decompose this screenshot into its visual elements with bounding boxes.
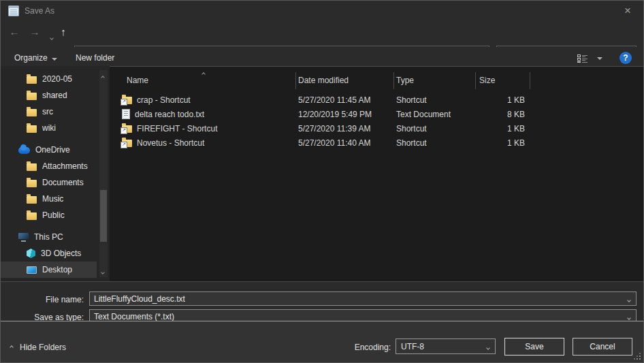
hide-folders-button[interactable]: Hide Folders	[10, 343, 66, 352]
sidebar-item-label: wiki	[42, 123, 56, 133]
column-header-type[interactable]: Type	[396, 76, 414, 85]
sidebar-item-label: Documents	[42, 178, 84, 187]
file-date-modified: 5/27/2020 11:40 AM	[298, 138, 371, 148]
back-button[interactable]: ←	[6, 26, 22, 37]
sidebar-item-label: Desktop	[42, 265, 72, 274]
new-folder-button[interactable]: New folder	[76, 53, 114, 63]
folder-icon	[27, 93, 37, 100]
sidebar-scrollbar[interactable]	[99, 70, 108, 277]
file-list-pane: Name Date modified Type Size crap - Shor…	[110, 66, 643, 281]
file-type: Text Document	[396, 110, 451, 119]
file-size: 1 KB	[475, 138, 525, 148]
sidebar-item-label: Music	[42, 194, 63, 204]
table-row[interactable]: delta reach todo.txt 12/20/2019 5:49 PM …	[110, 107, 643, 121]
notepad-icon	[8, 5, 19, 16]
chevron-down-icon[interactable]	[628, 312, 630, 321]
encoding-value: UTF-8	[401, 342, 487, 351]
folder-icon	[27, 212, 37, 220]
file-name: FIREFIGHT - Shortcut	[137, 124, 217, 133]
up-button[interactable]: ↑	[55, 26, 71, 37]
file-name: crap - Shortcut	[137, 95, 191, 105]
file-type: Shortcut	[396, 138, 427, 148]
title-bar[interactable]: Save As ×	[1, 1, 643, 21]
forward-button[interactable]: →	[27, 26, 43, 37]
sidebar-item[interactable]: Attachments	[1, 158, 97, 174]
filename-panel: File name: Save as type: Text Documents …	[1, 281, 643, 321]
sidebar-item[interactable]: Documents	[1, 174, 97, 191]
folder-icon	[27, 76, 37, 84]
file-name: delta reach todo.txt	[135, 110, 204, 119]
save-button[interactable]: Save	[504, 338, 564, 356]
column-headers: Name Date modified Type Size	[110, 72, 643, 89]
close-icon[interactable]: ×	[617, 3, 638, 19]
sidebar-item[interactable]: Music	[1, 191, 97, 207]
folder-shortcut-icon	[122, 125, 132, 133]
file-type: Shortcut	[396, 95, 427, 105]
file-name-label: File name:	[1, 295, 84, 304]
scrollbar-thumb[interactable]	[100, 190, 107, 242]
text-file-icon	[122, 109, 130, 119]
folder-tree-sidebar: 2020-05 shared src wiki OneDrive Attachm…	[1, 66, 110, 281]
folder-icon	[27, 109, 37, 116]
file-size: 8 KB	[475, 110, 525, 119]
desktop-icon	[27, 266, 37, 274]
folder-shortcut-icon	[122, 140, 132, 147]
sidebar-item[interactable]: shared	[1, 87, 97, 104]
sidebar-item-label: OneDrive	[35, 145, 70, 155]
chevron-down-icon	[52, 58, 57, 61]
file-name-input[interactable]	[94, 294, 624, 304]
column-header-size[interactable]: Size	[479, 76, 495, 85]
table-row[interactable]: crap - Shortcut 5/27/2020 11:45 AM Short…	[110, 93, 643, 107]
sidebar-item-label: 2020-05	[42, 74, 72, 84]
column-header-date-modified[interactable]: Date modified	[298, 76, 349, 85]
table-row[interactable]: Novetus - Shortcut 5/27/2020 11:40 AM Sh…	[110, 136, 643, 150]
file-rows: crap - Shortcut 5/27/2020 11:45 AM Short…	[110, 93, 643, 281]
table-row[interactable]: FIREFIGHT - Shortcut 5/27/2020 11:39 AM …	[110, 121, 643, 136]
scroll-up-icon[interactable]	[101, 72, 104, 81]
chevron-down-icon[interactable]	[628, 294, 630, 304]
sidebar-item-label: This PC	[34, 232, 63, 242]
sidebar-item-label: 3D Objects	[41, 249, 81, 258]
folder-icon	[27, 180, 37, 187]
sidebar-item-label: shared	[42, 91, 67, 100]
help-icon[interactable]: ?	[619, 52, 632, 64]
folder-icon	[27, 163, 37, 171]
view-dropdown-icon[interactable]	[597, 57, 602, 60]
encoding-select[interactable]: UTF-8	[396, 338, 496, 354]
column-header-name[interactable]: Name	[127, 76, 148, 85]
sidebar-item-label: Public	[42, 210, 65, 220]
details-view-icon[interactable]	[577, 54, 589, 63]
folder-icon	[27, 125, 37, 133]
save-as-dialog: Save As × ← → ↑ This PC Desktop ↻ Organi…	[0, 0, 644, 363]
dialog-footer: Hide Folders Encoding: UTF-8 Save Cancel	[1, 321, 643, 362]
cancel-button[interactable]: Cancel	[573, 338, 632, 356]
folder-icon	[27, 196, 37, 204]
sidebar-item[interactable]: Public	[1, 207, 97, 223]
sidebar-item-label: src	[42, 107, 53, 116]
chevron-down-icon	[487, 342, 489, 351]
resize-grip[interactable]	[639, 358, 641, 360]
sidebar-item[interactable]: wiki	[1, 120, 97, 136]
sidebar-item[interactable]: 3D Objects	[1, 245, 97, 262]
navigation-row: ← → ↑ This PC Desktop ↻	[1, 21, 643, 47]
sidebar-item[interactable]: This PC	[1, 229, 97, 245]
file-date-modified: 5/27/2020 11:39 AM	[298, 124, 371, 133]
sidebar-item[interactable]: 2020-05	[1, 71, 97, 87]
window-title: Save As	[25, 6, 54, 16]
sidebar-item[interactable]: src	[1, 104, 97, 120]
file-name: Novetus - Shortcut	[137, 138, 204, 148]
sidebar-item[interactable]: OneDrive	[1, 142, 97, 158]
file-date-modified: 12/20/2019 5:49 PM	[298, 110, 372, 119]
sidebar-item-label: Attachments	[42, 161, 88, 171]
save-as-type-value: Text Documents (*.txt)	[94, 312, 624, 321]
organize-button[interactable]: Organize	[14, 53, 57, 63]
pc-icon	[18, 233, 29, 239]
sidebar-item[interactable]: Desktop	[1, 262, 97, 278]
file-name-field[interactable]	[89, 291, 637, 306]
scroll-down-icon[interactable]	[101, 266, 104, 276]
file-date-modified: 5/27/2020 11:45 AM	[298, 95, 371, 105]
cube-icon	[27, 249, 35, 258]
cloud-icon	[18, 147, 30, 154]
folder-shortcut-icon	[122, 97, 132, 104]
file-size: 1 KB	[475, 124, 525, 133]
